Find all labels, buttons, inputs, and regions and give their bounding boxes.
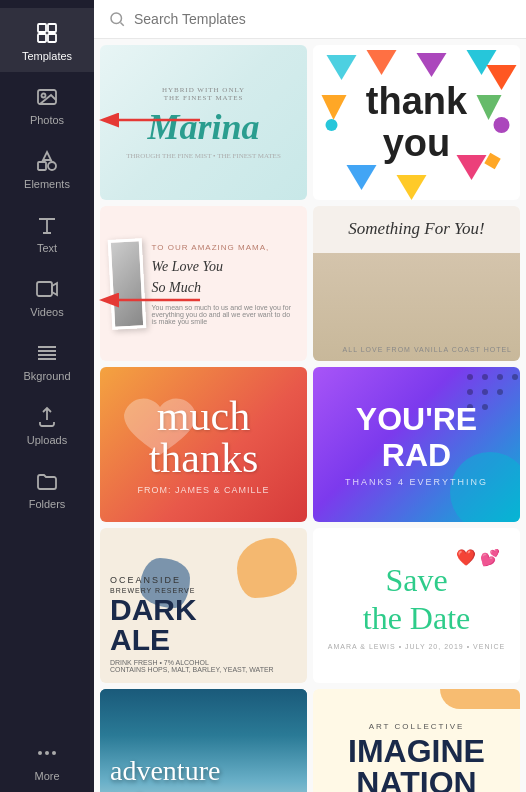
template-card-imagenation[interactable]: ART COLLECTIVE IMAGINENATION WOODLAND CI… [313,689,520,792]
svg-rect-3 [48,34,56,42]
sidebar-label-photos: Photos [30,114,64,126]
template-card-savedate[interactable]: ❤️ 💕 Savethe Date AMARA & LEWIS • JULY 2… [313,528,520,683]
svg-point-28 [482,389,488,395]
sidebar-label-text: Text [37,242,57,254]
sidebar-item-background[interactable]: Bkground [0,328,94,392]
svg-point-26 [512,374,518,380]
svg-point-24 [482,374,488,380]
svg-marker-10 [327,55,357,80]
savedate-text: Savethe Date [363,561,471,638]
sidebar-label-videos: Videos [30,306,63,318]
main-content: HYBRID WITH ONLYTHE FINEST MATES Marina … [94,0,526,792]
svg-point-27 [467,389,473,395]
svg-rect-22 [484,153,500,169]
darkale-desc: DRINK FRESH • 7% ALCOHOLCONTAINS HOPS, M… [110,659,297,673]
svg-marker-17 [347,165,377,190]
imagine-title: IMAGINENATION [348,735,485,793]
svg-point-7 [48,162,56,170]
savedate-hearts: ❤️ 💕 [456,548,500,567]
folders-icon [34,468,60,494]
marina-name: Marina [147,106,259,148]
thankyou-text: thankyou [366,81,467,165]
muchthanks-from: FROM: JAMES & CAMILLE [137,485,269,495]
uploads-icon [34,404,60,430]
template-card-welove[interactable]: TO OUR AMAZING MAMA, We Love YouSo Much … [100,206,307,361]
svg-marker-14 [487,65,517,90]
svg-point-5 [42,94,46,98]
something-bg: ALL LOVE FROM VANILLA COAST HOTEL [313,253,520,362]
welove-photo [108,238,146,330]
text-icon [34,212,60,238]
more-icon [34,740,60,766]
welove-submessage: You mean so much to us and we love you f… [152,304,297,325]
sidebar-item-photos[interactable]: Photos [0,72,94,136]
svg-point-25 [497,374,503,380]
sidebar-item-text[interactable]: Text [0,200,94,264]
sidebar-label-elements: Elements [24,178,70,190]
sidebar-label-more: More [34,770,59,782]
template-grid: HYBRID WITH ONLYTHE FINEST MATES Marina … [94,39,526,792]
sidebar-item-more[interactable]: More [0,728,94,792]
svg-point-9 [111,13,122,24]
template-card-darkale[interactable]: oceansideBREWERY RESERVE DARKALE DRINK F… [100,528,307,683]
template-card-marina[interactable]: HYBRID WITH ONLYTHE FINEST MATES Marina … [100,45,307,200]
svg-point-31 [482,404,488,410]
svg-marker-19 [397,175,427,200]
imagine-artcoll: ART COLLECTIVE [369,722,465,731]
template-card-muchthanks[interactable]: muchthanks FROM: JAMES & CAMILLE [100,367,307,522]
template-card-something[interactable]: Something For You! ALL LOVE FROM VANILLA… [313,206,520,361]
svg-point-20 [494,117,510,133]
svg-marker-16 [477,95,502,120]
marina-small-text: HYBRID WITH ONLYTHE FINEST MATES [162,86,245,102]
sidebar-item-elements[interactable]: Elements [0,136,94,200]
template-card-yourerad[interactable]: YOU'RERAD THANKS 4 EVERYTHING [313,367,520,522]
savedate-info: AMARA & LEWIS • JULY 20, 2019 • VENICE [328,643,505,650]
background-icon [34,340,60,366]
template-card-thankyou[interactable]: thankyou [313,45,520,200]
sidebar-label-folders: Folders [29,498,66,510]
svg-rect-6 [38,162,46,170]
sidebar-item-templates[interactable]: Templates [0,8,94,72]
template-card-adventure[interactable]: adventureis here PARALLAX BEACH PARK, BA… [100,689,307,792]
something-text: Something For You! [348,218,484,240]
svg-point-23 [467,374,473,380]
svg-point-21 [326,119,338,131]
search-input[interactable] [134,11,512,27]
sidebar-item-folders[interactable]: Folders [0,456,94,520]
svg-marker-12 [417,53,447,77]
elements-icon [34,148,60,174]
sidebar-label-background: Bkground [23,370,70,382]
photos-icon [34,84,60,110]
yourerad-thanks: THANKS 4 EVERYTHING [345,477,488,487]
sidebar-label-uploads: Uploads [27,434,67,446]
svg-rect-2 [38,34,46,42]
marina-tagline: THROUGH THE FINE MIST • THE FINEST MATES [126,152,281,160]
sidebar: Templates Photos Elements Text [0,0,94,792]
welove-content: TO OUR AMAZING MAMA, We Love YouSo Much … [152,243,297,325]
svg-marker-11 [367,50,397,75]
svg-rect-1 [48,24,56,32]
sidebar-item-uploads[interactable]: Uploads [0,392,94,456]
adventure-text: adventureis here [110,756,297,792]
imagine-brush-top [440,689,520,709]
search-bar [94,0,526,39]
sidebar-item-videos[interactable]: Videos [0,264,94,328]
darkale-title: DARKALE [110,595,297,655]
welove-message: We Love YouSo Much [152,256,297,298]
svg-rect-0 [38,24,46,32]
svg-rect-8 [37,282,52,296]
search-icon [108,10,126,28]
templates-icon [34,20,60,46]
svg-point-29 [497,389,503,395]
darkale-brand: oceansideBREWERY RESERVE [110,575,297,595]
svg-marker-15 [322,95,347,120]
yourerad-text: YOU'RERAD [356,402,477,472]
sidebar-label-templates: Templates [22,50,72,62]
videos-icon [34,276,60,302]
